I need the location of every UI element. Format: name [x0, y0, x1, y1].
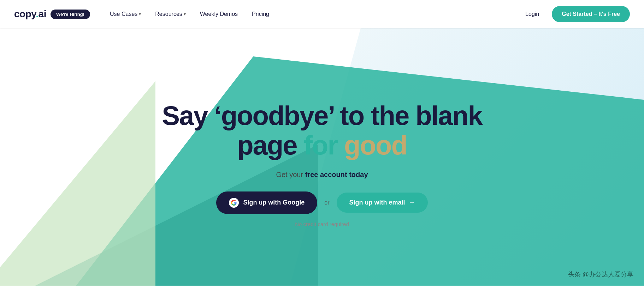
navbar: copy.ai We're Hiring! Use Cases ▾ Resour…: [0, 0, 644, 28]
hero-title-good: good: [344, 130, 407, 160]
hiring-badge[interactable]: We're Hiring!: [51, 10, 90, 19]
chevron-down-icon: ▾: [139, 12, 141, 17]
logo-dot: .: [36, 8, 38, 19]
nav-right: Login Get Started – It's Free: [520, 6, 630, 22]
logo-copy: copy: [14, 8, 36, 19]
or-divider: or: [324, 200, 329, 206]
bg-shape-green: [0, 81, 155, 286]
nav-label-pricing: Pricing: [252, 11, 269, 17]
arrow-icon: →: [409, 199, 415, 206]
hero-content: Say ‘goodbye’ to the blank page for good…: [155, 87, 489, 227]
hero-title-line1: Say ‘goodbye’ to the blank: [162, 101, 482, 130]
nav-links: Use Cases ▾ Resources ▾ Weekly Demos Pri…: [104, 8, 520, 20]
logo-container: copy.ai We're Hiring!: [14, 8, 90, 20]
google-icon: [229, 198, 239, 208]
nav-label-resources: Resources: [155, 11, 182, 17]
nav-item-use-cases[interactable]: Use Cases ▾: [104, 8, 147, 20]
chevron-down-icon: ▾: [184, 12, 186, 17]
email-signup-label: Sign up with email: [349, 199, 405, 206]
hero-title-for: for: [304, 130, 344, 160]
nav-item-pricing[interactable]: Pricing: [246, 8, 275, 20]
nav-item-weekly-demos[interactable]: Weekly Demos: [194, 8, 243, 20]
google-signup-button[interactable]: Sign up with Google: [216, 191, 317, 214]
google-signup-label: Sign up with Google: [243, 199, 305, 206]
no-credit-text: No credit card required: [162, 221, 482, 227]
hero-subtitle: Get your free account today: [162, 171, 482, 179]
nav-item-resources[interactable]: Resources ▾: [149, 8, 191, 20]
nav-label-weekly-demos: Weekly Demos: [200, 11, 238, 17]
hero-title-line2-prefix: page: [237, 130, 304, 160]
nav-label-use-cases: Use Cases: [110, 11, 137, 17]
email-signup-button[interactable]: Sign up with email →: [337, 193, 428, 213]
hero-subtitle-strong: free account today: [305, 171, 368, 178]
logo-suffix: ai: [39, 8, 46, 19]
cta-row: Sign up with Google or Sign up with emai…: [162, 191, 482, 214]
watermark: 头条 @办公达人爱分享: [568, 270, 633, 279]
login-button[interactable]: Login: [520, 8, 545, 20]
hero-subtitle-prefix: Get your: [276, 171, 305, 178]
get-started-button[interactable]: Get Started – It's Free: [552, 6, 630, 22]
hero-title: Say ‘goodbye’ to the blank page for good: [162, 101, 482, 160]
hero-section: Say ‘goodbye’ to the blank page for good…: [0, 28, 644, 286]
logo-text: copy.ai: [14, 8, 46, 20]
